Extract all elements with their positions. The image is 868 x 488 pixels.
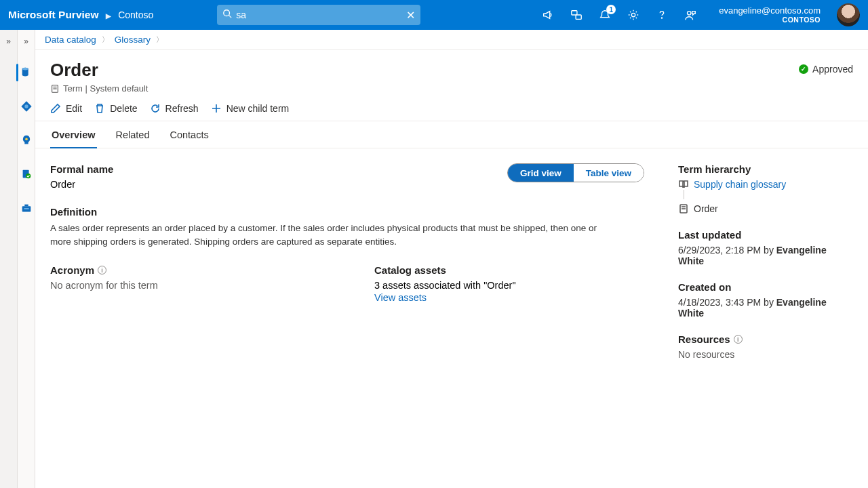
breadcrumb: Data catalog 〉 Glossary 〉 [35, 30, 868, 50]
svg-point-12 [26, 174, 31, 178]
catalog-assets-value: 3 assets associated with "Order" [374, 280, 644, 291]
table-view-toggle[interactable]: Table view [574, 164, 644, 182]
clear-search-icon[interactable]: ✕ [406, 9, 415, 22]
last-updated-value: 6/29/2023, 2:18 PM by Evangeline White [678, 245, 848, 266]
grid-view-toggle[interactable]: Grid view [508, 164, 574, 182]
svg-rect-15 [24, 208, 28, 209]
edit-button[interactable]: Edit [50, 103, 82, 114]
svg-rect-14 [24, 205, 28, 207]
top-icon-tray: 1 [541, 8, 697, 22]
svg-point-0 [224, 10, 230, 16]
expand-outer-icon[interactable]: » [6, 37, 11, 46]
check-circle-icon [799, 64, 808, 74]
view-toggle: Grid view Table view [507, 163, 644, 182]
svg-rect-3 [576, 15, 581, 19]
svg-point-10 [25, 138, 28, 140]
svg-point-4 [632, 13, 635, 16]
search-input-wrap[interactable]: ✕ [217, 5, 420, 25]
edit-icon [50, 103, 61, 114]
nav-data-map-icon[interactable] [19, 99, 34, 114]
search-icon [222, 9, 232, 21]
svg-point-9 [24, 104, 28, 108]
info-icon[interactable]: i [98, 266, 106, 274]
feedback-icon[interactable] [570, 8, 583, 22]
refresh-icon [150, 103, 161, 114]
notifications-icon[interactable]: 1 [598, 8, 612, 22]
user-block[interactable]: evangeline@contoso.com CONTOSO [719, 6, 821, 24]
term-hierarchy-head: Term hierarchy [678, 163, 848, 175]
delete-button[interactable]: Delete [94, 103, 137, 114]
brand-label: Microsoft Purview ▶ Contoso [8, 9, 153, 21]
user-tenant: CONTOSO [719, 16, 821, 24]
gear-icon[interactable] [627, 8, 640, 22]
brand-caret-icon: ▶ [106, 12, 111, 20]
resources-value: No resources [678, 349, 848, 360]
svg-point-5 [662, 18, 663, 18]
avatar[interactable] [837, 3, 860, 26]
tenant-name[interactable]: Contoso [118, 9, 153, 20]
status-badge: Approved [799, 64, 853, 75]
nav-rail: » [18, 30, 35, 488]
breadcrumb-data-catalog[interactable]: Data catalog [45, 35, 96, 45]
tab-contacts[interactable]: Contacts [168, 121, 210, 148]
breadcrumb-glossary[interactable]: Glossary [115, 35, 151, 45]
page-subtitle: Term | System default [50, 83, 148, 94]
megaphone-icon[interactable] [541, 8, 555, 22]
nav-policy-icon[interactable] [19, 167, 34, 182]
help-icon[interactable] [655, 8, 669, 22]
search-input[interactable] [232, 9, 406, 20]
person-feedback-icon[interactable] [684, 8, 697, 22]
new-child-term-button[interactable]: New child term [211, 103, 290, 114]
user-email: evangeline@contoso.com [719, 6, 821, 16]
outer-rail: » [0, 30, 18, 488]
top-bar: Microsoft Purview ▶ Contoso ✕ 1 [0, 0, 868, 30]
expand-nav-icon[interactable]: » [24, 37, 28, 46]
document-icon [678, 203, 689, 214]
acronym-head: Acronym i [50, 264, 320, 276]
tab-overview[interactable]: Overview [50, 121, 97, 148]
hierarchy-parent-link[interactable]: Supply chain glossary [694, 179, 786, 190]
hierarchy-self: Order [694, 203, 718, 214]
plus-icon [211, 103, 222, 114]
book-icon [678, 179, 689, 190]
command-bar: Edit Delete Refresh New child term [35, 98, 868, 121]
formal-name-value: Order [50, 179, 113, 190]
tab-related[interactable]: Related [115, 121, 151, 148]
tab-bar: Overview Related Contacts [35, 121, 868, 148]
notifications-badge: 1 [606, 5, 616, 14]
acronym-value: No acronym for this term [50, 280, 320, 291]
term-icon [50, 84, 60, 94]
page-title: Order [50, 60, 148, 81]
svg-point-7 [22, 68, 28, 70]
delete-icon [94, 103, 105, 114]
created-on-value: 4/18/2023, 3:43 PM by Evangeline White [678, 297, 848, 319]
svg-point-6 [688, 12, 691, 15]
svg-rect-2 [572, 11, 577, 15]
nav-management-icon[interactable] [19, 201, 34, 216]
svg-line-1 [229, 16, 232, 18]
resources-head: Resources i [678, 333, 848, 345]
created-on-head: Created on [678, 281, 848, 293]
chevron-right-icon: 〉 [102, 35, 109, 45]
catalog-assets-head: Catalog assets [374, 264, 644, 276]
nav-data-catalog-icon[interactable] [19, 65, 34, 80]
last-updated-head: Last updated [678, 229, 848, 241]
definition-body: A sales order represents an order placed… [50, 222, 606, 248]
nav-insights-icon[interactable] [19, 133, 34, 148]
info-icon[interactable]: i [734, 335, 743, 344]
refresh-button[interactable]: Refresh [150, 103, 199, 114]
view-assets-link[interactable]: View assets [374, 292, 644, 303]
formal-name-head: Formal name [50, 163, 113, 175]
definition-head: Definition [50, 206, 644, 218]
chevron-right-icon: 〉 [156, 35, 163, 45]
